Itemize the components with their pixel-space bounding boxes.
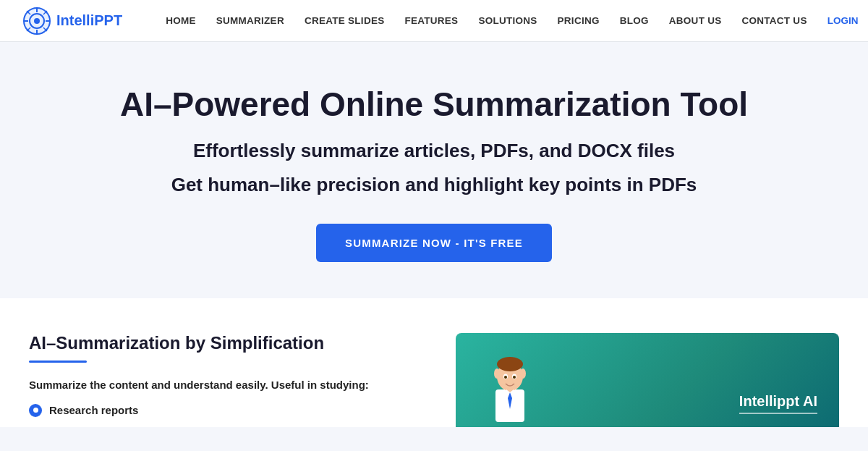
list-dot-icon <box>29 404 42 417</box>
svg-point-20 <box>504 376 507 379</box>
nav-about[interactable]: ABOUT US <box>660 9 731 32</box>
svg-point-16 <box>494 368 500 379</box>
logo-text: IntelliPPT <box>56 12 122 29</box>
nav-contact[interactable]: CONTACT US <box>733 9 815 32</box>
section-description: Summarize the content and understand eas… <box>29 379 427 391</box>
svg-point-21 <box>513 376 516 379</box>
nav-features[interactable]: FEATURES <box>396 9 467 32</box>
nav-create-slides[interactable]: CREATE SLIDES <box>296 9 393 32</box>
section-divider <box>29 361 87 363</box>
hero-section: AI–Powered Online Summarization Tool Eff… <box>0 42 868 298</box>
illustration-text-block: Intellippt AI <box>739 393 817 427</box>
nav-login[interactable]: LOGIN <box>819 9 867 32</box>
nav-summarizer[interactable]: SUMMARIZER <box>208 9 293 32</box>
nav-home[interactable]: HOME <box>157 9 205 32</box>
illustration-panel: Intellippt AI <box>456 333 839 427</box>
section-left: AI–Summarization by Simplification Summa… <box>29 333 427 427</box>
nav-blog[interactable]: BLOG <box>611 9 658 32</box>
logo-icon <box>23 7 51 35</box>
hero-subtitle2: Get human–like precision and highlight k… <box>14 174 854 196</box>
cta-button[interactable]: SUMMARIZE NOW - IT'S FREE <box>316 224 552 262</box>
nav-pricing[interactable]: PRICING <box>549 9 608 32</box>
svg-point-2 <box>34 18 40 24</box>
logo-link[interactable]: IntelliPPT <box>23 7 122 35</box>
hero-title: AI–Powered Online Summarization Tool <box>14 85 854 124</box>
svg-point-17 <box>520 368 526 379</box>
list-item: Research reports <box>29 404 427 417</box>
section-heading: AI–Summarization by Simplification <box>29 333 427 353</box>
person-illustration <box>477 340 542 427</box>
nav-solutions[interactable]: SOLUTIONS <box>469 9 545 32</box>
ai-section: AI–Summarization by Simplification Summa… <box>0 298 868 427</box>
illustration-title: Intellippt AI <box>739 393 817 414</box>
svg-point-15 <box>497 357 523 371</box>
list-item-label: Research reports <box>49 404 138 416</box>
navbar: IntelliPPT HOME SUMMARIZER CREATE SLIDES… <box>0 0 868 42</box>
section-right: Intellippt AI <box>456 333 839 427</box>
nav-links: HOME SUMMARIZER CREATE SLIDES FEATURES S… <box>157 9 867 32</box>
hero-subtitle1: Effortlessly summarize articles, PDFs, a… <box>14 140 854 162</box>
